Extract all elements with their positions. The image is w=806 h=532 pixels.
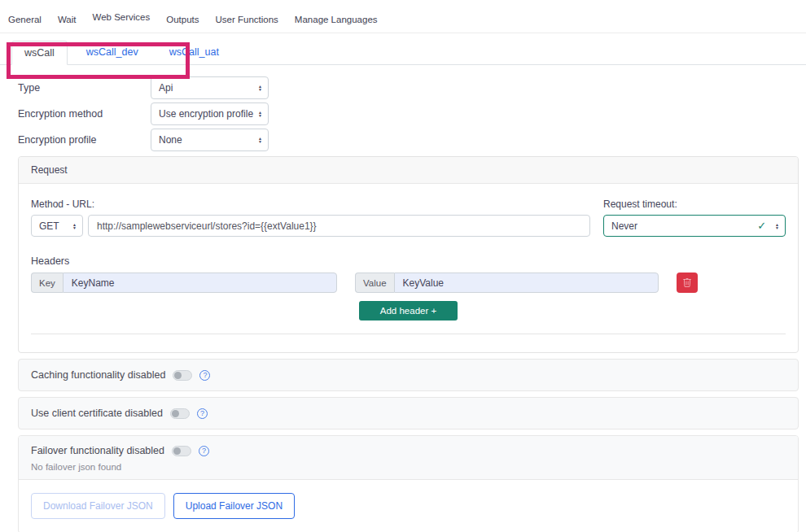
failover-toggle[interactable] (172, 446, 191, 456)
nav-item-wait[interactable]: Wait (58, 15, 77, 33)
select-arrows-icon: ▲▼ (258, 137, 262, 143)
select-arrows-icon: ▲▼ (775, 223, 779, 229)
method-url-row: GET ▲▼ Never ✓ ▲▼ (31, 215, 786, 237)
encryption-profile-label: Encryption profile (18, 134, 151, 146)
type-label: Type (18, 82, 151, 94)
type-select-value: Api (159, 82, 255, 94)
request-panel-divider (31, 334, 786, 334)
toggle-knob (172, 410, 179, 417)
main-content: Type Api ▲▼ Encryption method Use encryp… (18, 76, 799, 532)
client-certificate-label: Use client certificate disabled (31, 408, 163, 419)
tab-wscall[interactable]: wsCall (11, 41, 68, 65)
failover-toggle-row: Failover functionality disabled ? (31, 445, 786, 456)
help-icon[interactable]: ? (199, 370, 210, 381)
header-key-input[interactable] (63, 273, 337, 293)
checkmark-icon: ✓ (757, 220, 766, 232)
ws-call-tabs: wsCall wsCall_dev wsCall_uat (0, 41, 806, 65)
upload-failover-json-button[interactable]: Upload Failover JSON (173, 493, 295, 519)
add-header-button[interactable]: Add header + (359, 301, 458, 321)
nav-item-user-functions[interactable]: User Functions (216, 15, 278, 33)
type-row: Type Api ▲▼ (18, 76, 799, 100)
top-navigation: General Wait Web Services Outputs User F… (0, 0, 806, 33)
url-input[interactable] (88, 215, 590, 237)
header-key-label: Key (31, 273, 63, 293)
encryption-method-row: Encryption method Use encryption profile… (18, 102, 799, 126)
header-value-label: Value (355, 273, 394, 293)
request-timeout-select-value: Never (611, 220, 757, 232)
trash-icon (682, 277, 692, 288)
tab-wscall-uat[interactable]: wsCall_uat (157, 41, 231, 65)
encryption-method-select[interactable]: Use encryption profile ▲▼ (151, 102, 269, 125)
nav-item-manage-languages[interactable]: Manage Languages (295, 15, 378, 33)
download-failover-json-button[interactable]: Download Failover JSON (31, 493, 165, 519)
failover-label: Failover functionality disabled (31, 445, 164, 456)
header-key-group: Key (31, 273, 337, 293)
caching-label: Caching functionality disabled (31, 369, 165, 381)
method-url-labels: Method - URL: Request timeout: (31, 198, 786, 210)
header-value-input[interactable] (394, 273, 659, 293)
header-row: Key Value (31, 273, 786, 293)
method-url-label: Method - URL: (31, 198, 603, 210)
select-arrows-icon: ▲▼ (72, 223, 77, 229)
delete-header-button[interactable] (677, 273, 698, 293)
failover-panel: Failover functionality disabled ? No fai… (18, 435, 799, 532)
nav-item-outputs[interactable]: Outputs (166, 15, 199, 33)
caching-toggle[interactable] (173, 370, 192, 381)
headers-section-label: Headers (31, 255, 786, 267)
request-panel-title: Request (19, 157, 798, 184)
failover-status-text: No failover json found (31, 462, 786, 472)
tab-wscall-dev[interactable]: wsCall_dev (74, 41, 151, 65)
caching-panel: Caching functionality disabled ? (18, 359, 799, 391)
nav-item-general[interactable]: General (8, 15, 42, 33)
failover-body: Download Failover JSON Upload Failover J… (19, 480, 798, 532)
help-icon[interactable]: ? (197, 408, 208, 419)
toggle-knob (173, 447, 181, 455)
request-panel: Request Method - URL: Request timeout: G… (18, 156, 799, 353)
failover-header: Failover functionality disabled ? No fai… (19, 436, 798, 480)
encryption-profile-select-value: None (159, 134, 255, 146)
type-select[interactable]: Api ▲▼ (151, 76, 269, 99)
toggle-knob (174, 372, 182, 379)
select-arrows-icon: ▲▼ (258, 111, 262, 117)
help-icon[interactable]: ? (199, 446, 209, 456)
request-panel-body: Method - URL: Request timeout: GET ▲▼ Ne… (19, 184, 798, 352)
encryption-method-select-value: Use encryption profile (159, 108, 255, 120)
client-certificate-toggle[interactable] (170, 408, 190, 419)
nav-item-web-services[interactable]: Web Services (93, 12, 151, 33)
add-header-wrap: Add header + (31, 301, 786, 321)
method-select[interactable]: GET ▲▼ (31, 215, 83, 237)
request-timeout-label: Request timeout: (603, 198, 786, 210)
encryption-method-label: Encryption method (18, 108, 151, 120)
encryption-profile-row: Encryption profile None ▲▼ (18, 128, 799, 152)
tabs-area: wsCall wsCall_dev wsCall_uat (0, 41, 806, 65)
header-value-group: Value (355, 273, 659, 293)
encryption-profile-select[interactable]: None ▲▼ (151, 129, 269, 151)
select-arrows-icon: ▲▼ (258, 85, 262, 91)
method-select-value: GET (39, 220, 69, 232)
client-certificate-panel: Use client certificate disabled ? (18, 397, 799, 430)
request-timeout-select[interactable]: Never ✓ ▲▼ (603, 215, 786, 237)
